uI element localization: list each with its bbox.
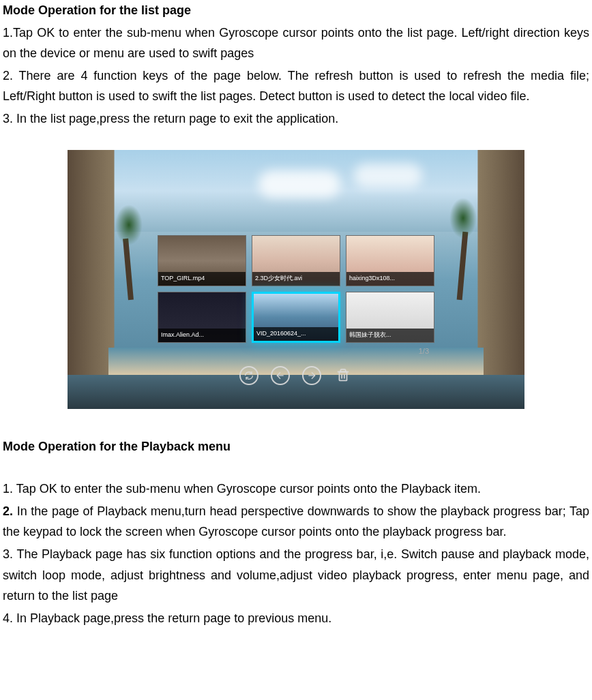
video-thumbnails-grid: TOP_GIRL.mp4 2.3D少女时代.avi haixing3Dx108.…	[158, 235, 434, 343]
palm-tree-right	[449, 198, 477, 300]
arrow-right-icon	[306, 370, 317, 381]
video-thumb-selected[interactable]: VID_20160624_...	[252, 292, 340, 343]
video-thumb[interactable]: 韩国妹子脱衣...	[346, 292, 434, 343]
thumb-label: VID_20160624_...	[254, 327, 338, 340]
section1-p1: 1.Tap OK to enter the sub-menu when Gyro…	[3, 22, 589, 64]
wall-left	[68, 150, 115, 409]
section1-p3: 3. In the list page,press the return pag…	[3, 108, 589, 130]
section2-p1: 1. Tap OK to enter the sub-menu when Gyr…	[3, 478, 589, 500]
delete-button[interactable]	[334, 366, 353, 385]
thumb-label: 2.3D少女时代.avi	[252, 272, 340, 285]
svg-rect-2	[340, 371, 347, 380]
section1-p2: 2. There are 4 function keys of the page…	[3, 65, 589, 107]
section2-p3: 3. The Playback page has six function op…	[3, 544, 589, 607]
next-button[interactable]	[302, 366, 321, 385]
section2-p2: 2. In the page of Playback menu,turn hea…	[3, 501, 589, 543]
p2-bold-prefix: 2.	[3, 504, 13, 518]
trash-icon	[336, 368, 351, 383]
section2-p4: 4. In Playback page,press the return pag…	[3, 608, 589, 629]
toolbar	[239, 366, 353, 385]
video-thumb[interactable]: 2.3D少女时代.avi	[252, 235, 340, 286]
thumb-label: 韩国妹子脱衣...	[346, 329, 434, 341]
p2-rest: In the page of Playback menu,turn head p…	[3, 504, 589, 539]
cloud	[354, 164, 422, 187]
refresh-icon	[243, 370, 254, 381]
prev-button[interactable]	[271, 366, 290, 385]
thumb-label: Imax.Alien.Ad...	[158, 329, 246, 341]
section2-heading: Mode Operation for the Playback menu	[3, 436, 589, 457]
thumb-label: haixing3Dx108...	[346, 272, 434, 285]
arrow-left-icon	[275, 370, 286, 381]
wall-right	[477, 150, 524, 409]
cloud	[258, 170, 340, 198]
thumb-label: TOP_GIRL.mp4	[158, 272, 246, 285]
video-thumb[interactable]: Imax.Alien.Ad...	[158, 292, 246, 343]
page-indicator: 1/3	[419, 345, 429, 358]
refresh-button[interactable]	[239, 366, 258, 385]
video-thumb[interactable]: TOP_GIRL.mp4	[158, 235, 246, 286]
video-thumb[interactable]: haixing3Dx108...	[346, 235, 434, 286]
section1-heading: Mode Operation for the list page	[3, 0, 589, 21]
palm-tree-left	[115, 204, 143, 300]
vr-screenshot: TOP_GIRL.mp4 2.3D少女时代.avi haixing3Dx108.…	[68, 150, 524, 409]
